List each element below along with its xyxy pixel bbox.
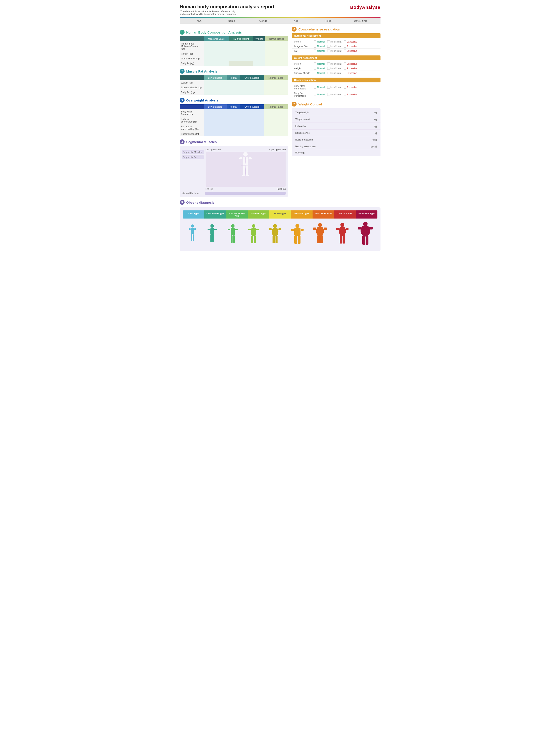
checkbox-normal[interactable] [314,62,316,65]
svg-rect-63 [362,236,365,245]
obesity-types-bar: Lean Type Lean Muscle type Standard Musc… [183,211,377,219]
svg-rect-15 [191,234,192,241]
s3-row1-over [240,109,264,117]
checkbox-excess[interactable] [344,67,346,70]
checkbox-excess[interactable] [344,86,346,88]
svg-rect-6 [242,175,245,176]
s3-row2-label: Body fatpercentage (%) [180,117,204,124]
svg-point-41 [296,224,299,228]
wc-muscle-control: Muscle control kg [292,130,380,136]
segmental-body-area: Left upper limb Right upper limb [205,148,286,190]
s1-row2-weight [253,51,265,56]
checkbox-insuff[interactable] [327,62,330,65]
report-subtitle: (The data in this report are for fitness… [180,10,275,15]
eval-w-skeletal-insuff: Insufficient [327,72,341,74]
checkbox-insuff[interactable] [327,45,330,47]
checkbox-insuff[interactable] [327,49,330,52]
eval-protein-label: Protein [294,40,312,43]
wc-metabolism: Basic metabolism kcal [292,136,380,143]
checkbox-normal[interactable] [314,86,316,88]
checkbox-normal[interactable] [314,45,316,47]
header-left: Human body composition analysis report (… [180,4,275,15]
checkbox-normal[interactable] [314,40,316,43]
segmental-labels: Segmental Muscles Segmental Fat [182,148,204,190]
eval-fat-excess: Excessive [344,49,357,52]
eval-w-skeletal-excess: Excessive [344,72,357,74]
header: Human body composition analysis report (… [180,4,380,15]
section6-num: 6 [292,27,297,32]
otype-obese: Obese Type [269,211,291,219]
checkbox-normal[interactable] [314,93,316,96]
checkbox-insuff[interactable] [327,72,330,74]
wc-healthy: Healthy assessment point [292,143,380,150]
figure-std-muscle [227,224,239,248]
s1-row3-label: Inorganic Salt (kg) [180,56,204,61]
figure-lean-svg [187,224,198,248]
otype-lean-muscle: Lean Muscle type [204,211,226,219]
checkbox-normal[interactable] [314,67,316,70]
eval-group-weight: Weight Assessment Protein Normal Insuffi… [292,56,380,75]
svg-rect-46 [298,236,300,244]
checkbox-excess[interactable] [344,72,346,74]
s1-normal-range [265,41,288,66]
info-datetime: Date / time [344,20,377,22]
wc-met-label: Basic metabolism [295,138,313,141]
eval-fat-insuff: Insufficient [327,49,341,52]
s2-row3-label: Body Fat (kg) [180,90,204,95]
svg-rect-21 [211,235,212,242]
checkbox-insuff[interactable] [327,67,330,70]
checkbox-insuff[interactable] [327,40,330,43]
wc-mc-label: Muscle control [295,132,310,134]
s1-row3-weight [253,56,265,61]
checkbox-insuff[interactable] [327,86,330,88]
eval-bmi-normal: Normal [314,86,325,88]
svg-rect-43 [291,229,294,231]
table-row: Human BodyMoisture Content (kg) [180,41,288,51]
svg-rect-5 [246,165,248,175]
seg-label-muscles: Segmental Muscles [182,151,204,154]
left-column: 1 Human Body Composition Analysis Measur… [180,27,288,197]
s2-row1-over [240,80,264,85]
svg-point-60 [361,225,370,237]
eval-inorganic-normal: Normal [314,45,325,47]
checkbox-normal[interactable] [314,49,316,52]
s3-row2-low [204,117,227,124]
checkbox-excess[interactable] [344,45,346,47]
svg-rect-25 [228,229,231,230]
svg-rect-34 [254,236,256,243]
s2-col0 [180,75,204,80]
svg-rect-51 [317,235,320,243]
section5-header: 5 Obesity diagnosis [180,200,380,205]
section3-table: Low Standard Normal Over Standard Normal… [180,104,288,136]
eval-bodyfatpct-excess: Excessive [344,93,357,96]
s3-row1-label: Body MassParameters [180,109,204,117]
figure-lack-sports-svg [336,223,349,248]
info-height: Height [312,20,344,22]
section7-title: Weight Control [298,102,322,106]
s3-col0 [180,104,204,109]
checkbox-normal[interactable] [314,72,316,74]
svg-rect-49 [313,227,316,230]
checkbox-excess[interactable] [344,93,346,96]
wc-fc-label: Fat control [295,125,306,127]
s3-row3-label: Fat ratio ofwaist and hip (%) [180,124,204,132]
checkbox-excess[interactable] [344,62,346,65]
eval-bodyfatpct-insuff: Insufficient [327,93,341,96]
s2-col2: Normal [227,75,240,80]
svg-rect-56 [346,228,348,230]
svg-rect-33 [252,236,253,243]
eval-bodyfatpct-normal: Normal [314,93,325,96]
s2-row2-over [240,85,264,90]
checkbox-excess[interactable] [344,40,346,43]
section1-header: 1 Human Body Composition Analysis [180,30,288,35]
s2-row3-normal [227,90,240,95]
s2-row2-label: Skeletal Muscle (kg) [180,85,204,90]
svg-rect-18 [211,228,214,235]
checkbox-insuff[interactable] [327,93,330,96]
eval-weight-title: Weight Assessment [292,56,380,60]
s2-row2-low [204,85,227,90]
s1-col0 [180,36,204,41]
s3-row4-over [240,132,264,136]
checkbox-excess[interactable] [344,49,346,52]
eval-w-weight-label: Weight [294,67,312,70]
